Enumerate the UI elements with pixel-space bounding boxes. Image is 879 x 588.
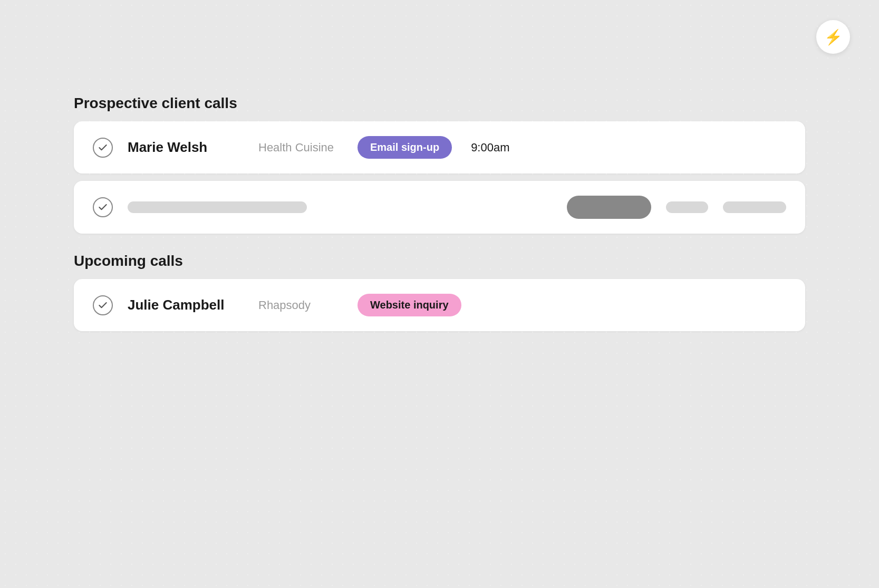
card-marie[interactable]: Marie Welsh Health Cuisine Email sign-up…: [74, 121, 805, 173]
lightning-button[interactable]: ⚡: [816, 20, 850, 54]
badge-redacted: [567, 196, 651, 219]
client-name-julie: Julie Campbell: [128, 297, 244, 313]
card-redacted[interactable]: [74, 181, 805, 234]
skeleton-name-bar: [128, 201, 307, 213]
section-upcoming: Upcoming calls Julie Campbell Rhapsody W…: [74, 253, 805, 331]
section-title-prospective: Prospective client calls: [74, 95, 805, 112]
section-title-upcoming: Upcoming calls: [74, 253, 805, 269]
section-prospective: Prospective client calls Marie Welsh Hea…: [74, 95, 805, 234]
lightning-icon: ⚡: [824, 28, 843, 46]
badge-website-inquiry[interactable]: Website inquiry: [358, 294, 461, 316]
check-icon-julie[interactable]: [93, 295, 113, 315]
company-marie: Health Cuisine: [258, 141, 343, 155]
client-name-marie: Marie Welsh: [128, 139, 244, 156]
main-content: Prospective client calls Marie Welsh Hea…: [74, 95, 805, 339]
card-julie[interactable]: Julie Campbell Rhapsody Website inquiry: [74, 279, 805, 331]
time-marie: 9:00am: [471, 141, 509, 155]
company-julie: Rhapsody: [258, 298, 343, 312]
skeleton-time2-bar: [723, 201, 786, 213]
check-icon-marie[interactable]: [93, 138, 113, 158]
skeleton-time1-bar: [666, 201, 708, 213]
check-icon-redacted[interactable]: [93, 197, 113, 217]
badge-email-signup[interactable]: Email sign-up: [358, 136, 452, 159]
